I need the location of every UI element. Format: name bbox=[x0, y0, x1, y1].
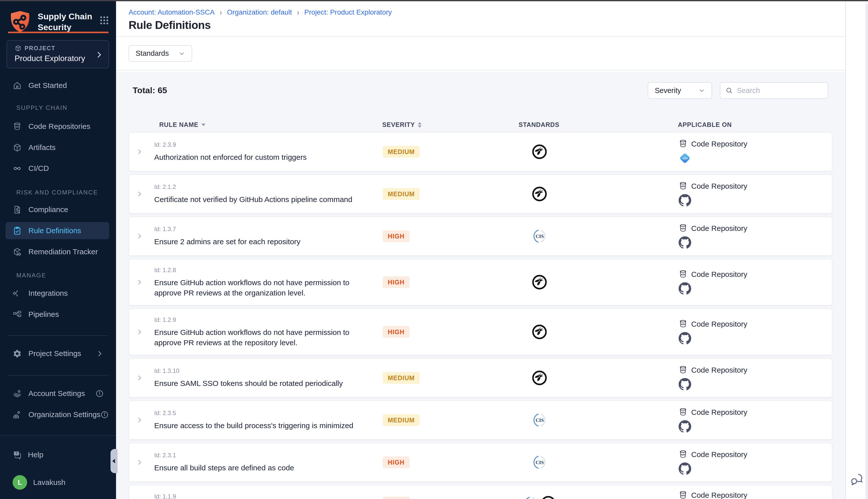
row-expand-chevron-icon[interactable] bbox=[136, 416, 143, 424]
chat-support-icon[interactable] bbox=[850, 472, 864, 486]
column-severity[interactable]: SEVERITY bbox=[382, 121, 421, 129]
github-icon bbox=[679, 236, 691, 249]
row-expand-chevron-icon[interactable] bbox=[136, 374, 143, 382]
sidebar-item-user[interactable]: L Lavakush bbox=[5, 474, 109, 491]
sidebar-item-pipelines[interactable]: Pipelines bbox=[5, 306, 109, 323]
sidebar-item-help[interactable]: ? Help bbox=[5, 446, 109, 463]
sidebar-item-project-settings[interactable]: Project Settings bbox=[5, 345, 109, 362]
cis-standard-icon: CIS bbox=[523, 496, 538, 499]
page-title: Rule Definitions bbox=[128, 19, 211, 32]
applicable-on-cell: Code Repository </> bbox=[678, 139, 747, 165]
rule-name-cell: Id: 2.3.5 Ensure access to the build pro… bbox=[154, 410, 378, 431]
severity-badge: HIGH bbox=[383, 230, 410, 242]
severity-cell: MEDIUM bbox=[383, 372, 420, 384]
severity-badge: MEDIUM bbox=[383, 146, 420, 158]
table-row[interactable]: Id: 1.3.7 Ensure 2 admins are set for ea… bbox=[128, 217, 832, 256]
sidebar-item-code-repositories[interactable]: Code Repositories bbox=[5, 118, 109, 135]
table-row[interactable]: Id: 1.2.9 Ensure GitHub action workflows… bbox=[128, 308, 832, 355]
breadcrumb-organization[interactable]: Organization: default bbox=[227, 8, 292, 16]
rule-name-cell: Id: 2.3.9 Authorization not enforced for… bbox=[154, 141, 378, 162]
window-top-strip bbox=[0, 0, 868, 1]
table-row[interactable]: Id: 2.3.5 Ensure access to the build pro… bbox=[128, 401, 832, 440]
rule-name-cell: Id: 2.1.2 Certificate not verified by Gi… bbox=[154, 183, 378, 205]
help-chat-icon: ? bbox=[13, 450, 22, 460]
column-rule-name[interactable]: RULE NAME bbox=[159, 121, 206, 129]
applicable-on-cell: Code Repository bbox=[678, 450, 747, 475]
chevron-down-icon bbox=[178, 50, 185, 57]
home-icon bbox=[13, 81, 22, 90]
severity-cell: HIGH bbox=[383, 276, 410, 288]
severity-dropdown[interactable]: Severity bbox=[648, 82, 712, 99]
platform-icon bbox=[679, 236, 691, 249]
table-row[interactable]: Id: 2.3.9 Authorization not enforced for… bbox=[128, 132, 832, 171]
search-input[interactable] bbox=[737, 86, 823, 95]
severity-cell: MEDIUM bbox=[383, 414, 420, 426]
sidebar-item-account-settings[interactable]: Account Settings bbox=[5, 385, 109, 402]
table-row[interactable]: Id: 2.1.2 Certificate not verified by Gi… bbox=[128, 174, 832, 214]
row-expand-chevron-icon[interactable] bbox=[136, 278, 143, 286]
sidebar-item-rule-definitions[interactable]: Rule Definitions bbox=[5, 222, 109, 239]
code-repository-icon bbox=[678, 450, 688, 459]
gear-icon bbox=[13, 349, 22, 358]
svg-text:CIS: CIS bbox=[535, 417, 544, 423]
severity-cell: HIGH bbox=[383, 457, 410, 468]
info-icon[interactable] bbox=[96, 389, 104, 398]
project-chevron-icon bbox=[95, 50, 103, 59]
supply-chain-security-logo bbox=[8, 10, 32, 35]
platform-icon bbox=[679, 463, 691, 475]
project-label: PROJECT bbox=[25, 45, 55, 52]
sidebar-item-organization-settings[interactable]: Organization Settings bbox=[5, 406, 109, 423]
app-switcher-grid-icon[interactable] bbox=[99, 15, 110, 26]
row-expand-chevron-icon[interactable] bbox=[136, 148, 143, 156]
sidebar-item-integrations[interactable]: Integrations bbox=[5, 285, 109, 302]
rule-name: Ensure access to the build process's tri… bbox=[154, 421, 378, 431]
row-expand-chevron-icon[interactable] bbox=[136, 190, 143, 198]
owasp-standard-icon bbox=[532, 186, 547, 202]
row-expand-chevron-icon[interactable] bbox=[136, 328, 143, 336]
rule-name: Ensure 2 admins are set for each reposit… bbox=[154, 236, 378, 247]
sort-both-icon bbox=[418, 122, 421, 127]
breadcrumb-separator: › bbox=[220, 8, 222, 17]
sidebar-collapse-handle[interactable] bbox=[111, 449, 117, 473]
rule-id: Id: 2.3.1 bbox=[154, 452, 378, 459]
row-expand-chevron-icon[interactable] bbox=[136, 459, 143, 466]
breadcrumb-project[interactable]: Project: Product Exploratory bbox=[304, 8, 392, 16]
standards-cell bbox=[532, 370, 547, 386]
nav-section-manage: MANAGE bbox=[0, 272, 116, 279]
user-name: Lavakush bbox=[33, 478, 65, 487]
search-box[interactable] bbox=[720, 82, 828, 99]
sidebar-item-remediation-tracker[interactable]: Remediation Tracker bbox=[5, 243, 109, 260]
standards-dropdown[interactable]: Standards bbox=[128, 45, 192, 62]
column-applicable-on: APPLICABLE ON bbox=[678, 121, 732, 129]
harness-code-icon: </> bbox=[679, 152, 691, 165]
sidebar-item-get-started[interactable]: Get Started bbox=[5, 77, 109, 94]
table-row[interactable]: Id: 2.3.1 Ensure all build steps are def… bbox=[128, 443, 832, 482]
table-row[interactable]: Id: 1.3.10 Ensure SAML SSO tokens should… bbox=[128, 358, 832, 398]
info-icon[interactable] bbox=[100, 411, 109, 419]
project-selector[interactable]: PROJECT Product Exploratory bbox=[7, 40, 109, 68]
severity-cell: HIGH bbox=[383, 497, 410, 499]
github-icon bbox=[679, 332, 691, 345]
rule-id: Id: 1.3.7 bbox=[154, 226, 378, 233]
severity-badge: HIGH bbox=[383, 497, 410, 499]
breadcrumb: Account: Automation-SSCA › Organization:… bbox=[128, 8, 392, 16]
sidebar-item-artifacts[interactable]: Artifacts bbox=[5, 139, 109, 156]
code-repository-icon bbox=[678, 270, 688, 279]
table-row[interactable]: Id: 1.1.9 HIGH CIS Code Repository bbox=[128, 485, 832, 499]
nav-section-supply-chain: SUPPLY CHAIN bbox=[0, 104, 116, 112]
compliance-doc-icon bbox=[13, 205, 22, 214]
sidebar-item-compliance[interactable]: Compliance bbox=[5, 201, 109, 218]
row-expand-chevron-icon[interactable] bbox=[136, 232, 143, 240]
cis-standard-icon: CIS bbox=[532, 454, 547, 470]
rule-name: Certificate not verified by GitHub Actio… bbox=[154, 194, 378, 205]
table-row[interactable]: Id: 1.2.8 Ensure GitHub action workflows… bbox=[128, 259, 832, 305]
severity-badge: HIGH bbox=[383, 457, 410, 468]
sidebar-nav: Get Started SUPPLY CHAIN Code Repositori… bbox=[0, 67, 116, 423]
rule-name-cell: Id: 1.1.9 bbox=[154, 493, 378, 499]
severity-badge: MEDIUM bbox=[383, 372, 420, 384]
table-header: RULE NAME SEVERITY STANDARDS APPLICABLE … bbox=[128, 121, 832, 132]
integrations-icon bbox=[13, 289, 22, 298]
vertical-scrollbar[interactable] bbox=[866, 4, 868, 499]
sidebar-item-cicd[interactable]: CI/CD bbox=[5, 160, 109, 177]
breadcrumb-account[interactable]: Account: Automation-SSCA bbox=[128, 8, 214, 16]
